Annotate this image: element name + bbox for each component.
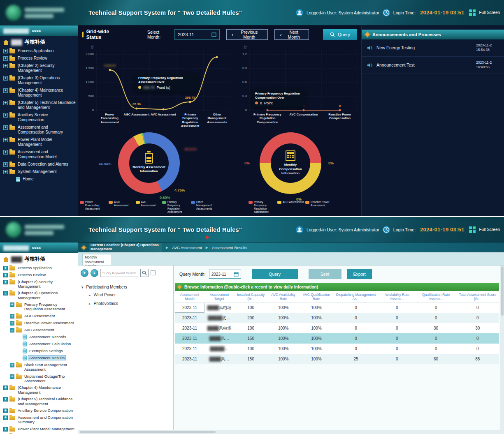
- legend-item[interactable]: Primary Frequency Regulation Assessment: [249, 201, 276, 214]
- tree-item[interactable]: + Black Start Management Assessment: [0, 361, 78, 373]
- tree-item[interactable]: + Power Plant Model Management: [0, 425, 78, 432]
- members-tree-item[interactable]: ▸ Wind Power: [81, 291, 171, 299]
- expand-toggle-icon[interactable]: +: [3, 125, 8, 130]
- search-button[interactable]: [140, 269, 149, 277]
- tree-item[interactable]: + Assessment and Compensation Model: [0, 432, 78, 434]
- tree-item[interactable]: + AGC Assessment: [0, 312, 78, 319]
- expand-toggle-icon[interactable]: -: [10, 328, 14, 332]
- vertical-scrollbar[interactable]: [500, 265, 504, 430]
- fullscreen-label[interactable]: Full Screen: [479, 10, 500, 15]
- query-button[interactable]: Query: [252, 269, 298, 279]
- expand-toggle-icon[interactable]: +: [3, 64, 8, 68]
- fuzzy-search-input[interactable]: [100, 269, 138, 277]
- multi-select-checkbox[interactable]: [151, 270, 156, 275]
- expand-toggle-icon[interactable]: +: [3, 162, 8, 167]
- legend-item[interactable]: Power Forecasting Assessment: [80, 201, 107, 210]
- expand-toggle-icon[interactable]: +: [3, 416, 8, 420]
- expand-toggle-icon[interactable]: +: [3, 88, 8, 93]
- expand-toggle-icon[interactable]: -: [3, 291, 8, 295]
- tree-item[interactable]: + Ancillary Service Compensation: [0, 407, 78, 414]
- tree-item[interactable]: + (Chapter 4) Maintenance Management: [0, 384, 78, 396]
- tree-item[interactable]: + Process Application: [0, 47, 78, 55]
- tree-item[interactable]: + Ancillary Service Compensation: [0, 111, 78, 124]
- legend-item[interactable]: Other Management Assessments: [191, 201, 218, 210]
- tree-item[interactable]: Assessment Calculation: [0, 340, 78, 347]
- expand-toggle-icon[interactable]: +: [3, 56, 8, 61]
- fullscreen-icon[interactable]: [469, 226, 476, 233]
- fullscreen-label[interactable]: Full Screen: [479, 227, 500, 232]
- tree-item[interactable]: + (Chapter 2) Security Management: [0, 62, 78, 74]
- legend-item[interactable]: Reactive Power Assessment: [305, 201, 332, 207]
- expand-toggle-icon[interactable]: +: [3, 427, 8, 432]
- query-month-picker[interactable]: 2023-11: [209, 270, 241, 279]
- table-row[interactable]: 2023-11 ████风… 150 100% 100% 0 0 0: [175, 333, 499, 344]
- tree-item[interactable]: + Assessment and Compensation Summary: [0, 414, 78, 425]
- tree-item[interactable]: + (Chapter 2) Security Management: [0, 278, 78, 290]
- tree-item[interactable]: + Reactive Power Assessment: [0, 319, 78, 326]
- tree-item[interactable]: + Process Review: [0, 55, 78, 62]
- previous-month-button[interactable]: ‹ Previous Month: [226, 29, 268, 40]
- tree-item[interactable]: + Assessment and Compensation Summary: [0, 124, 78, 136]
- expand-toggle-icon[interactable]: +: [10, 363, 14, 367]
- expand-toggle-icon[interactable]: +: [3, 266, 8, 270]
- tree-item[interactable]: - (Chapter 3) Operations Management: [0, 290, 78, 301]
- table-row[interactable]: 2023-11 ████风电场 100 100% 100% 0 0 30: [175, 323, 499, 333]
- expand-toggle-icon[interactable]: +: [3, 76, 8, 81]
- expand-toggle-icon[interactable]: +: [10, 314, 14, 319]
- expand-toggle-icon[interactable]: +: [3, 101, 8, 105]
- tree-item[interactable]: + Primary Frequency Regulation Assessmen…: [0, 301, 78, 313]
- expand-toggle-icon[interactable]: +: [3, 386, 8, 390]
- announcement-item[interactable]: New Energy Testing 2023-11-2 15:54:38: [362, 39, 504, 57]
- expand-toggle-icon[interactable]: +: [3, 170, 8, 174]
- tree-item[interactable]: + Assessment and Compensation Model: [0, 148, 78, 161]
- fullscreen-icon[interactable]: [469, 9, 476, 16]
- table-row[interactable]: 2023-11 █████光… 200 100% 100% 0 0 0: [175, 313, 499, 323]
- next-month-button[interactable]: › Next Month: [274, 29, 309, 40]
- expand-toggle-icon[interactable]: +: [10, 321, 14, 326]
- expand-toggle-icon[interactable]: +: [3, 150, 8, 155]
- tree-item[interactable]: - AVC Assessment: [0, 326, 78, 333]
- tree-item[interactable]: + (Chapter 4) Maintenance Management: [0, 87, 78, 99]
- announcement-item[interactable]: Announcement Test 2023-11-2 16:48:55: [362, 57, 504, 74]
- expand-toggle-icon[interactable]: +: [3, 138, 8, 142]
- expand-toggle-icon[interactable]: +: [10, 374, 14, 379]
- expand-toggle-icon[interactable]: +: [3, 409, 8, 413]
- expand-toggle-icon[interactable]: +: [3, 397, 8, 402]
- tree-item[interactable]: + (Chapter 5) Technical Guidance and Man…: [0, 99, 78, 111]
- tree-item[interactable]: + Unplanned Outage/Trip Assessment: [0, 373, 78, 384]
- tree-item[interactable]: + Process Review: [0, 271, 78, 278]
- collapse-all-button[interactable]: ▾: [81, 269, 88, 277]
- tree-item[interactable]: + (Chapter 3) Operations Management: [0, 74, 78, 87]
- legend-item[interactable]: AGC Assessment: [277, 201, 304, 204]
- tree-item[interactable]: Assessment Results: [0, 354, 78, 361]
- horizontal-scrollbar[interactable]: [78, 430, 504, 434]
- members-tree-item[interactable]: ▸ Photovoltaics: [81, 299, 171, 308]
- expand-all-button[interactable]: ▴: [91, 269, 98, 277]
- members-tree-root[interactable]: ▾ Participating Members: [81, 284, 171, 291]
- sidebar-root-item[interactable]: ███ 考核补偿: [0, 36, 78, 47]
- tree-item[interactable]: + Data Correction and Alarms: [0, 161, 78, 168]
- legend-item[interactable]: AVC Assessment: [136, 201, 160, 207]
- expand-toggle-icon[interactable]: +: [3, 49, 8, 53]
- tree-item[interactable]: + (Chapter 5) Technical Guidance and Man…: [0, 396, 78, 407]
- table-row[interactable]: 2023-11 ████风电场 100 100% 100% 0 0 0: [175, 302, 499, 313]
- legend-item[interactable]: Primary Frequency Regulation Assessment: [162, 201, 189, 214]
- query-button[interactable]: Query: [323, 29, 357, 40]
- table-row[interactable]: 2023-11 ████风… 150 100% 100% 25 0 60: [175, 354, 499, 364]
- month-picker[interactable]: 2023-11: [174, 29, 220, 40]
- table-row[interactable]: 2023-11 █████… 100 100% 100% 0 0 0: [175, 344, 499, 354]
- expand-toggle-icon[interactable]: +: [3, 113, 8, 118]
- expand-toggle-icon[interactable]: +: [3, 280, 8, 284]
- breadcrumb-assessment-results[interactable]: Assessment Results: [212, 245, 247, 250]
- sidebar-root-item[interactable]: ███ 考核补偿: [0, 253, 78, 264]
- tree-item[interactable]: Exemption Settings: [0, 347, 78, 354]
- expand-toggle-icon[interactable]: +: [3, 273, 8, 277]
- tree-item[interactable]: Assessment Records: [0, 333, 78, 340]
- sent-button[interactable]: Sent: [309, 269, 341, 279]
- tab-monthly-assessment-results[interactable]: Monthly Assessment Results: [82, 254, 112, 265]
- tree-item[interactable]: Home: [0, 175, 78, 183]
- tree-item[interactable]: + Power Plant Model Management: [0, 136, 78, 148]
- collapse-arrows-icon[interactable]: <<<<: [32, 245, 41, 250]
- breadcrumb-avc-assessment[interactable]: AVC Assessment: [172, 245, 202, 250]
- tree-item[interactable]: + System Management: [0, 168, 78, 175]
